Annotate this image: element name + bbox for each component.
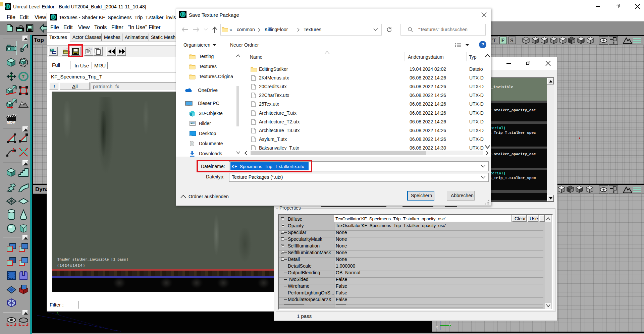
svg-text:T: T: [10, 74, 12, 79]
svg-text:MOV: MOV: [7, 120, 15, 124]
svg-text:T: T: [22, 74, 24, 79]
